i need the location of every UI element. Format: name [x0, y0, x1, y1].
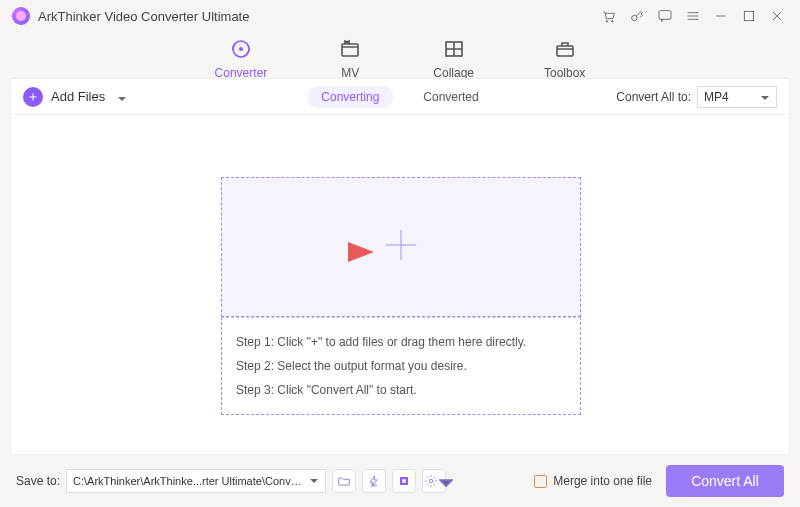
step-3: Step 3: Click "Convert All" to start.: [236, 378, 566, 402]
save-to-label: Save to:: [16, 474, 60, 488]
collage-icon: [441, 36, 467, 62]
bottom-bar: Save to: C:\ArkThinker\ArkThinke...rter …: [0, 455, 800, 507]
chevron-down-icon: [117, 92, 127, 102]
app-logo-icon: [12, 7, 30, 25]
merge-checkbox[interactable]: Merge into one file: [534, 474, 652, 488]
chevron-down-icon: [309, 476, 319, 486]
drop-zone[interactable]: [221, 177, 581, 317]
svg-rect-12: [402, 479, 406, 483]
tab-mv[interactable]: MV: [337, 36, 363, 80]
svg-point-0: [606, 21, 608, 23]
open-folder-button[interactable]: [332, 469, 356, 493]
cart-icon[interactable]: [598, 5, 620, 27]
save-path-select[interactable]: C:\ArkThinker\ArkThinke...rter Ultimate\…: [66, 469, 326, 493]
instructions: Step 1: Click "+" to add files or drag t…: [221, 317, 581, 415]
save-path-value: C:\ArkThinker\ArkThinke...rter Ultimate\…: [73, 475, 305, 487]
svg-rect-7: [342, 44, 358, 56]
maximize-icon[interactable]: [738, 5, 760, 27]
chevron-down-icon: [439, 476, 445, 486]
converter-icon: [228, 36, 254, 62]
gpu-button[interactable]: [392, 469, 416, 493]
svg-rect-4: [744, 11, 753, 20]
add-plus-icon: [382, 226, 420, 268]
panel-toolbar: Add Files Converting Converted Convert A…: [11, 79, 789, 115]
status-segment: Converting Converted: [307, 86, 492, 108]
convert-all-to-label: Convert All to:: [616, 90, 691, 104]
minimize-icon[interactable]: [710, 5, 732, 27]
app-title: ArkThinker Video Converter Ultimate: [38, 9, 249, 24]
tab-collage[interactable]: Collage: [433, 36, 474, 80]
hw-accel-toggle[interactable]: OFF: [362, 469, 386, 493]
svg-point-1: [612, 21, 614, 23]
add-files-button[interactable]: Add Files: [23, 87, 127, 107]
tab-converter[interactable]: Converter: [215, 36, 268, 80]
menu-icon[interactable]: [682, 5, 704, 27]
checkbox-icon: [534, 475, 547, 488]
output-format-value: MP4: [704, 90, 729, 104]
segment-converted[interactable]: Converted: [409, 86, 492, 108]
convert-all-to-group: Convert All to: MP4: [616, 86, 777, 108]
svg-point-6: [239, 47, 243, 51]
step-2: Step 2: Select the output format you des…: [236, 354, 566, 378]
merge-label: Merge into one file: [553, 474, 652, 488]
title-bar: ArkThinker Video Converter Ultimate: [0, 0, 800, 32]
plus-icon: [23, 87, 43, 107]
close-icon[interactable]: [766, 5, 788, 27]
key-icon[interactable]: [626, 5, 648, 27]
annotation-arrow-icon: [240, 240, 380, 268]
convert-all-button[interactable]: Convert All: [666, 465, 784, 497]
add-files-label: Add Files: [51, 89, 105, 104]
step-1: Step 1: Click "+" to add files or drag t…: [236, 330, 566, 354]
feedback-icon[interactable]: [654, 5, 676, 27]
mv-icon: [337, 36, 363, 62]
svg-rect-9: [557, 46, 573, 56]
output-format-select[interactable]: MP4: [697, 86, 777, 108]
content-panel: Add Files Converting Converted Convert A…: [10, 78, 790, 455]
tab-toolbox[interactable]: Toolbox: [544, 36, 585, 80]
svg-point-13: [429, 479, 433, 483]
svg-point-2: [632, 15, 637, 20]
chevron-down-icon: [760, 92, 770, 102]
segment-converting[interactable]: Converting: [307, 86, 393, 108]
toolbox-icon: [552, 36, 578, 62]
settings-button[interactable]: [422, 469, 446, 493]
drop-area: Step 1: Click "+" to add files or drag t…: [221, 177, 581, 415]
svg-text:OFF: OFF: [371, 484, 378, 488]
